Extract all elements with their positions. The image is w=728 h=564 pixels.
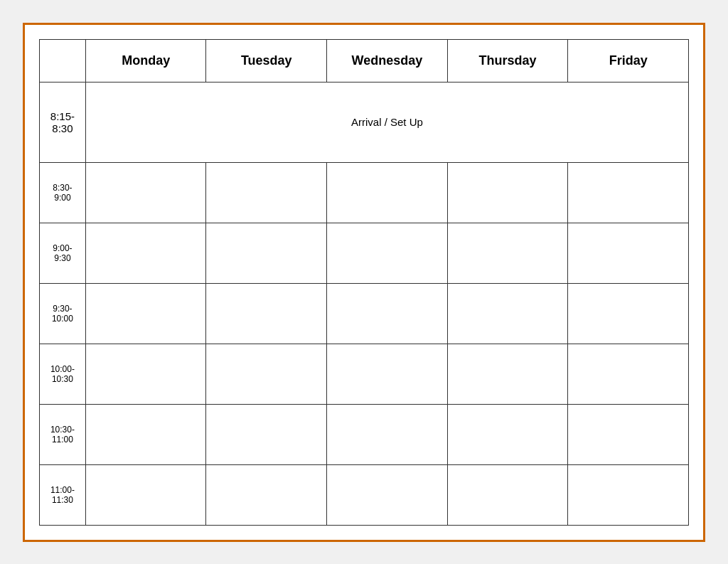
- friday-cell: [568, 223, 689, 283]
- friday-cell: [568, 344, 689, 404]
- thursday-cell: [447, 404, 568, 464]
- header-row: Monday Tuesday Wednesday Thursday Friday: [40, 39, 689, 82]
- table-row: 10:30-11:00: [40, 404, 689, 464]
- friday-cell: [568, 464, 689, 525]
- arrival-row: 8:15- 8:30 Arrival / Set Up: [40, 82, 689, 162]
- time-label: 10:00-10:30: [40, 344, 86, 404]
- table-row: 8:30-9:00: [40, 162, 689, 223]
- wednesday-cell: [327, 464, 448, 525]
- thursday-cell: [447, 464, 568, 525]
- monday-cell: [85, 344, 206, 404]
- monday-cell: [85, 464, 206, 525]
- wednesday-cell: [327, 283, 448, 344]
- monday-cell: [85, 162, 206, 223]
- header-thursday: Thursday: [447, 39, 568, 82]
- wednesday-cell: [327, 404, 448, 464]
- table-row: 11:00-11:30: [40, 464, 689, 525]
- header-friday: Friday: [568, 39, 689, 82]
- time-label: 8:30-9:00: [40, 162, 86, 223]
- table-row: 9:00-9:30: [40, 223, 689, 283]
- monday-cell: [85, 223, 206, 283]
- header-tuesday: Tuesday: [206, 39, 327, 82]
- arrival-time: 8:15- 8:30: [40, 82, 86, 162]
- header-monday: Monday: [85, 39, 206, 82]
- tuesday-cell: [206, 404, 327, 464]
- thursday-cell: [447, 223, 568, 283]
- friday-cell: [568, 404, 689, 464]
- wednesday-cell: [327, 162, 448, 223]
- monday-cell: [85, 283, 206, 344]
- schedule-table: Monday Tuesday Wednesday Thursday Friday…: [39, 39, 689, 526]
- monday-cell: [85, 404, 206, 464]
- page-container: Monday Tuesday Wednesday Thursday Friday…: [23, 23, 705, 542]
- tuesday-cell: [206, 223, 327, 283]
- tuesday-cell: [206, 162, 327, 223]
- thursday-cell: [447, 162, 568, 223]
- header-wednesday: Wednesday: [327, 39, 448, 82]
- tuesday-cell: [206, 283, 327, 344]
- tuesday-cell: [206, 344, 327, 404]
- thursday-cell: [447, 344, 568, 404]
- friday-cell: [568, 283, 689, 344]
- time-label: 10:30-11:00: [40, 404, 86, 464]
- friday-cell: [568, 162, 689, 223]
- header-time: [40, 39, 86, 82]
- time-label: 11:00-11:30: [40, 464, 86, 525]
- time-label: 9:00-9:30: [40, 223, 86, 283]
- time-label: 9:30-10:00: [40, 283, 86, 344]
- tuesday-cell: [206, 464, 327, 525]
- table-row: 10:00-10:30: [40, 344, 689, 404]
- arrival-label: Arrival / Set Up: [85, 82, 688, 162]
- table-row: 9:30-10:00: [40, 283, 689, 344]
- wednesday-cell: [327, 223, 448, 283]
- thursday-cell: [447, 283, 568, 344]
- wednesday-cell: [327, 344, 448, 404]
